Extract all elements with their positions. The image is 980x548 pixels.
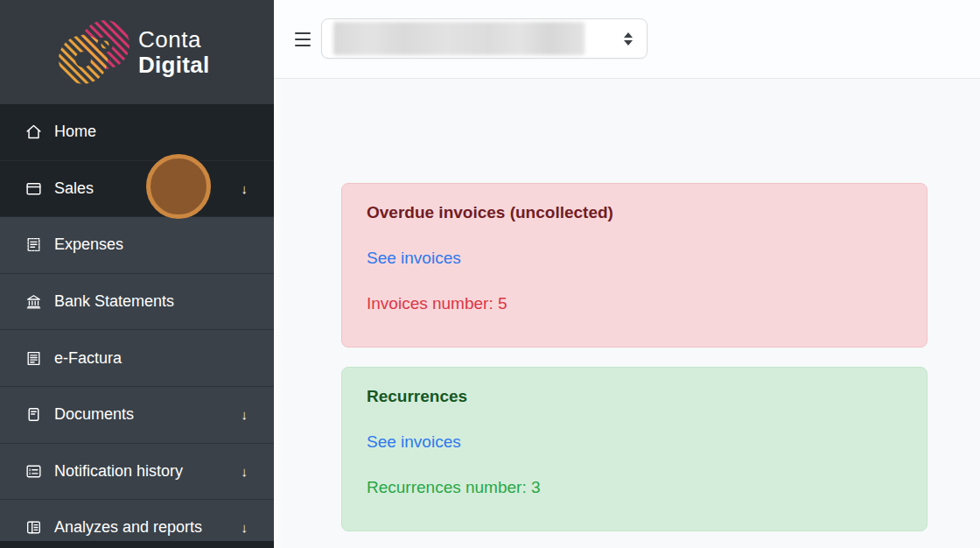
click-indicator	[146, 154, 211, 219]
overdue-invoices-card: Overdue invoices (uncollected) See invoi…	[341, 183, 928, 348]
overdue-see-invoices-link[interactable]: See invoices	[367, 247, 461, 269]
recurrences-card: Recurrences See invoices Recurrences num…	[341, 367, 928, 531]
overdue-invoices-count: Invoices number: 5	[367, 292, 902, 314]
sidebar-item-label: Analyzes and reports	[54, 518, 236, 537]
sidebar-item-documents[interactable]: Documents ↓	[0, 387, 274, 444]
sidebar-item-label: e-Factura	[54, 349, 248, 368]
redacted-company-name	[333, 22, 584, 55]
home-icon	[24, 123, 43, 141]
select-updown-icon	[624, 32, 633, 46]
hamburger-menu-button[interactable]	[295, 32, 311, 46]
recurrences-card-title: Recurrences	[367, 385, 902, 407]
sidebar-item-home[interactable]: Home	[0, 104, 274, 161]
sidebar-item-label: Home	[54, 123, 248, 141]
topbar	[274, 0, 980, 79]
sidebar-item-expenses[interactable]: Expenses	[0, 217, 274, 274]
hamburger-bar	[295, 39, 311, 40]
invoice-receipt-icon	[24, 349, 43, 368]
sidebar-item-label: Documents	[54, 405, 236, 424]
app-page: Conta Digital Home Sales	[0, 0, 980, 548]
hamburger-bar	[295, 45, 311, 46]
content-area: Overdue invoices (uncollected) See invoi…	[274, 80, 980, 548]
report-layout-icon	[24, 518, 43, 537]
sidebar-item-notification-history[interactable]: Notification history ↓	[0, 444, 274, 501]
expand-arrow-icon: ↓	[242, 181, 248, 196]
recurrences-count: Recurrences number: 3	[367, 476, 902, 498]
bank-building-icon	[24, 292, 43, 311]
brand-name-line1: Conta	[138, 27, 210, 53]
brand: Conta Digital	[0, 0, 274, 104]
sidebar-item-bank-statements[interactable]: Bank Statements	[0, 274, 274, 331]
brand-name-line2: Digital	[138, 53, 210, 78]
sidebar-item-sales[interactable]: Sales ↓	[0, 161, 274, 218]
receipt-icon	[24, 235, 43, 254]
sidebar-item-label: Expenses	[54, 235, 248, 254]
sidebar: Conta Digital Home Sales	[0, 0, 274, 548]
hamburger-bar	[295, 32, 311, 34]
sidebar-item-e-factura[interactable]: e-Factura	[0, 330, 274, 387]
expand-arrow-icon: ↓	[242, 407, 248, 422]
conta-digital-logo-icon	[54, 18, 133, 87]
recurrences-see-invoices-link[interactable]: See invoices	[367, 431, 461, 453]
content-left-strip	[274, 80, 284, 548]
document-icon	[24, 405, 43, 424]
sidebar-nav: Home Sales ↓ Expenses	[0, 104, 274, 548]
expand-arrow-icon: ↓	[242, 520, 248, 535]
sidebar-item-label: Notification history	[54, 462, 236, 481]
overdue-invoices-card-title: Overdue invoices (uncollected)	[367, 201, 902, 223]
sales-window-icon	[24, 179, 43, 198]
company-select[interactable]	[321, 18, 648, 59]
main-area: Overdue invoices (uncollected) See invoi…	[274, 0, 980, 548]
checklist-icon	[24, 462, 43, 481]
expand-arrow-icon: ↓	[242, 464, 248, 479]
sidebar-bottom-shade	[0, 541, 274, 548]
brand-name: Conta Digital	[138, 27, 210, 78]
sidebar-item-label: Bank Statements	[54, 292, 248, 311]
